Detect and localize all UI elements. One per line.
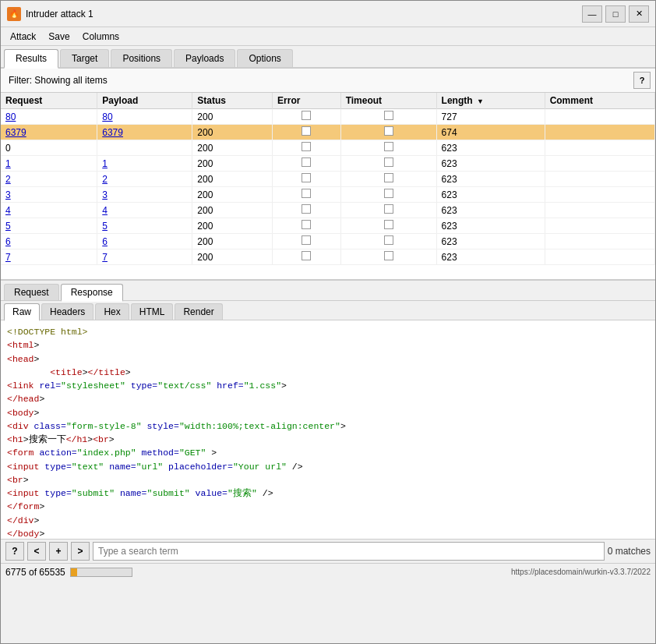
error-checkbox bbox=[302, 251, 311, 260]
table-row[interactable]: 6379 6379 200 674 bbox=[1, 125, 655, 140]
search-input[interactable] bbox=[93, 542, 605, 561]
table-row[interactable]: 1 1 200 623 bbox=[1, 156, 655, 172]
cell-status: 200 bbox=[192, 156, 273, 172]
main-window: 🔥 Intruder attack 1 — □ ✕ Attack Save Co… bbox=[0, 0, 656, 644]
cell-length: 623 bbox=[436, 249, 545, 265]
table-row[interactable]: 2 2 200 623 bbox=[1, 172, 655, 187]
filter-text: Filter: Showing all items bbox=[5, 73, 633, 87]
add-button[interactable]: + bbox=[49, 542, 68, 561]
table-row[interactable]: 4 4 200 623 bbox=[1, 203, 655, 218]
cell-status: 200 bbox=[192, 187, 273, 203]
code-line: <input type="submit" name="submit" value… bbox=[7, 487, 649, 500]
cell-comment bbox=[545, 172, 654, 187]
tab-payloads[interactable]: Payloads bbox=[174, 49, 235, 67]
subtab-html[interactable]: HTML bbox=[131, 303, 174, 320]
cell-payload: 4 bbox=[97, 203, 192, 218]
tab-positions[interactable]: Positions bbox=[111, 49, 172, 67]
cell-payload: 1 bbox=[97, 156, 192, 172]
next-button[interactable]: > bbox=[71, 542, 90, 561]
cell-request: 1 bbox=[1, 156, 97, 172]
error-checkbox bbox=[302, 173, 311, 182]
cell-payload: 3 bbox=[97, 187, 192, 203]
timeout-checkbox bbox=[384, 173, 393, 182]
top-tab-bar: Results Target Positions Payloads Option… bbox=[1, 46, 655, 69]
code-line: <br> bbox=[7, 473, 649, 487]
tab-response[interactable]: Response bbox=[61, 284, 123, 302]
menu-save[interactable]: Save bbox=[42, 30, 76, 44]
filter-bar: Filter: Showing all items ? bbox=[1, 69, 655, 93]
cell-comment bbox=[545, 218, 654, 234]
minimize-button[interactable]: — bbox=[582, 5, 602, 23]
cell-timeout bbox=[340, 234, 436, 249]
table-header-row: Request Payload Status Error Timeout Len… bbox=[1, 93, 655, 109]
timeout-checkbox bbox=[384, 204, 393, 214]
cell-request: 5 bbox=[1, 218, 97, 234]
subtab-headers[interactable]: Headers bbox=[41, 303, 93, 320]
table-row[interactable]: 5 5 200 623 bbox=[1, 218, 655, 234]
col-error[interactable]: Error bbox=[273, 93, 341, 109]
table-row[interactable]: 3 3 200 623 bbox=[1, 187, 655, 203]
tab-request[interactable]: Request bbox=[4, 284, 59, 300]
status-bar: 6775 of 65535 https://placesdomain/wurki… bbox=[1, 563, 655, 580]
cell-payload: 7 bbox=[97, 249, 192, 265]
table-row[interactable]: 7 7 200 623 bbox=[1, 249, 655, 265]
prev-button[interactable]: < bbox=[27, 542, 46, 561]
close-button[interactable]: ✕ bbox=[629, 5, 649, 23]
subtab-render[interactable]: Render bbox=[175, 303, 222, 320]
code-line: <title></title> bbox=[7, 366, 649, 379]
app-icon: 🔥 bbox=[7, 7, 21, 21]
col-status[interactable]: Status bbox=[192, 93, 273, 109]
code-area[interactable]: <!DOCTYPE html><html><head> <title></tit… bbox=[1, 320, 655, 539]
tab-options[interactable]: Options bbox=[237, 49, 292, 67]
code-line: <h1>搜索一下</h1><br> bbox=[7, 433, 649, 446]
results-table: Request Payload Status Error Timeout Len… bbox=[1, 93, 655, 265]
cell-length: 623 bbox=[436, 187, 545, 203]
cell-status: 200 bbox=[192, 249, 273, 265]
title-bar: 🔥 Intruder attack 1 — □ ✕ bbox=[1, 1, 655, 27]
cell-timeout bbox=[340, 203, 436, 218]
col-payload[interactable]: Payload bbox=[97, 93, 192, 109]
code-line: </form> bbox=[7, 500, 649, 513]
cell-comment bbox=[545, 140, 654, 156]
help-icon-button[interactable]: ? bbox=[5, 542, 24, 561]
table-row[interactable]: 0 200 623 bbox=[1, 140, 655, 156]
table-body: 80 80 200 727 6379 6379 200 674 0 200 62… bbox=[1, 109, 655, 265]
cell-length: 623 bbox=[436, 140, 545, 156]
subtab-raw[interactable]: Raw bbox=[4, 303, 40, 321]
cell-error bbox=[273, 109, 341, 125]
table-row[interactable]: 80 80 200 727 bbox=[1, 109, 655, 125]
col-request[interactable]: Request bbox=[1, 93, 97, 109]
timeout-checkbox bbox=[384, 142, 393, 151]
table-row[interactable]: 6 6 200 623 bbox=[1, 234, 655, 249]
code-line: <link rel="stylesheet" type="text/css" h… bbox=[7, 379, 649, 392]
cell-status: 200 bbox=[192, 125, 273, 140]
cell-length: 623 bbox=[436, 203, 545, 218]
cell-error bbox=[273, 203, 341, 218]
col-length[interactable]: Length ▼ bbox=[436, 93, 545, 109]
cell-payload: 2 bbox=[97, 172, 192, 187]
subtab-hex[interactable]: Hex bbox=[95, 303, 129, 320]
status-url: https://placesdomain/wurkin-v3.3.7/2022 bbox=[511, 568, 651, 576]
cell-status: 200 bbox=[192, 109, 273, 125]
error-checkbox bbox=[302, 204, 311, 214]
cell-request: 80 bbox=[1, 109, 97, 125]
code-line: <html> bbox=[7, 338, 649, 352]
col-timeout[interactable]: Timeout bbox=[340, 93, 436, 109]
cell-comment bbox=[545, 203, 654, 218]
menu-attack[interactable]: Attack bbox=[4, 30, 42, 44]
menu-columns[interactable]: Columns bbox=[76, 30, 125, 44]
cell-timeout bbox=[340, 125, 436, 140]
cell-length: 623 bbox=[436, 172, 545, 187]
timeout-checkbox bbox=[384, 157, 393, 167]
tab-target[interactable]: Target bbox=[60, 49, 109, 67]
col-comment[interactable]: Comment bbox=[545, 93, 654, 109]
progress-bar bbox=[70, 568, 132, 577]
filter-help-button[interactable]: ? bbox=[633, 72, 651, 89]
progress-text: 6775 of 65535 bbox=[5, 567, 65, 578]
maximize-button[interactable]: □ bbox=[605, 5, 626, 23]
error-checkbox bbox=[302, 126, 311, 136]
window-controls: — □ ✕ bbox=[582, 5, 649, 23]
cell-error bbox=[273, 156, 341, 172]
tab-results[interactable]: Results bbox=[4, 49, 58, 69]
code-line: <!DOCTYPE html> bbox=[7, 325, 649, 338]
